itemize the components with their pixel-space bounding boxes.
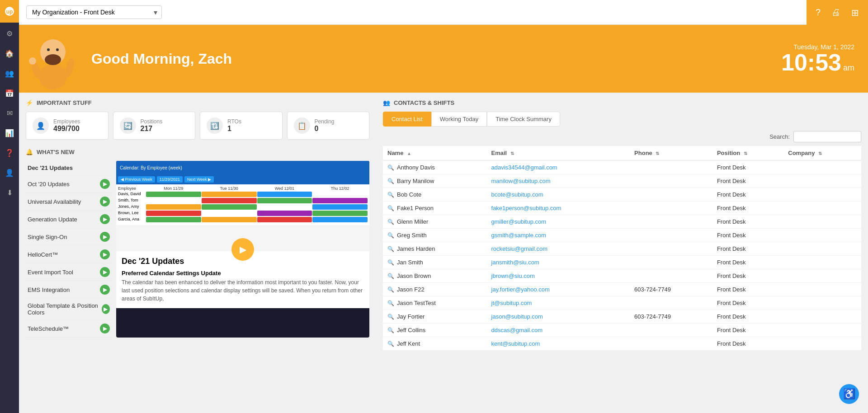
- news-item-ems[interactable]: EMS Integration ▶: [26, 281, 112, 299]
- contact-email: jbrown@siu.com: [487, 269, 630, 283]
- contact-company: [783, 269, 861, 283]
- contact-search-icon[interactable]: 🔍: [387, 300, 394, 306]
- col-company[interactable]: Company ⇅: [783, 146, 861, 160]
- email-link[interactable]: jason@subitup.com: [491, 313, 543, 320]
- email-link[interactable]: fake1person@subitup.com: [491, 205, 561, 211]
- contact-search-icon[interactable]: 🔍: [387, 314, 394, 320]
- sidebar-profile-icon[interactable]: 👤: [0, 164, 19, 182]
- tab-working-today[interactable]: Working Today: [431, 112, 487, 127]
- news-item-eventimport[interactable]: Event Import Tool ▶: [26, 263, 112, 281]
- news-item-globaltemplate[interactable]: Global Template & Position Colors ▶: [26, 299, 112, 320]
- sidebar-reports-icon[interactable]: 📊: [0, 124, 19, 142]
- table-row[interactable]: 🔍Jason TestTest jt@subitup.com Front Des…: [383, 296, 861, 310]
- contact-search-icon[interactable]: 🔍: [387, 164, 394, 171]
- email-link[interactable]: ddscas@gmail.com: [491, 327, 543, 333]
- sidebar-team-icon[interactable]: 👥: [0, 64, 19, 82]
- news-video[interactable]: Calendar: By Employee (week) ◀ Previous …: [116, 161, 369, 251]
- news-item-oct20[interactable]: Oct '20 Updates ▶: [26, 175, 112, 193]
- contact-email: adavis34544@gmail.com: [487, 160, 630, 174]
- table-row[interactable]: 🔍Jay Fortier jason@subitup.com 603-724-7…: [383, 310, 861, 324]
- table-row[interactable]: 🔍James Harden rocketsiu@gmail.com Front …: [383, 242, 861, 256]
- email-link[interactable]: jansmith@siu.com: [491, 259, 539, 266]
- email-link[interactable]: manilow@subitup.com: [491, 178, 551, 184]
- table-row[interactable]: 🔍Jeff Kent kent@subitup.com Front Desk: [383, 337, 861, 351]
- contact-search-icon[interactable]: 🔍: [387, 246, 394, 252]
- logo[interactable]: up: [0, 0, 19, 23]
- contact-search-icon[interactable]: 🔍: [387, 205, 394, 211]
- contact-email: ddscas@gmail.com: [487, 324, 630, 337]
- email-link[interactable]: adavis34544@gmail.com: [491, 164, 557, 171]
- col-name[interactable]: Name ▲: [383, 146, 487, 160]
- news-item-hellocert[interactable]: HelloCert™ ▶: [26, 246, 112, 263]
- email-link[interactable]: rocketsiu@gmail.com: [491, 245, 547, 252]
- contact-phone: 603-724-7749: [630, 310, 712, 324]
- news-item-generation[interactable]: Generation Update ▶: [26, 211, 112, 228]
- table-row[interactable]: 🔍Bob Cote bcote@subitup.com Front Desk: [383, 188, 861, 202]
- contact-position: Front Desk: [712, 324, 783, 337]
- sidebar-more-icon[interactable]: ⬇: [0, 183, 19, 202]
- email-link[interactable]: jt@subitup.com: [491, 300, 532, 306]
- sidebar-messages-icon[interactable]: ✉: [0, 104, 19, 122]
- col-position[interactable]: Position ⇅: [712, 146, 783, 160]
- email-link[interactable]: jay.fortier@yahoo.com: [491, 286, 550, 293]
- contacts-title: 👥 CONTACTS & SHIFTS: [383, 99, 861, 106]
- news-item-sso[interactable]: Single Sign-On ▶: [26, 228, 112, 246]
- contact-search-icon[interactable]: 🔍: [387, 219, 394, 225]
- contact-search-icon[interactable]: 🔍: [387, 286, 394, 293]
- accessibility-button[interactable]: ♿: [839, 384, 859, 404]
- col-email[interactable]: Email ⇅: [487, 146, 630, 160]
- hero-greeting: Good Morning, Zach: [91, 51, 232, 67]
- contact-position: Front Desk: [712, 310, 783, 324]
- email-link[interactable]: gmiller@subitup.com: [491, 218, 547, 225]
- sidebar-settings-icon[interactable]: ⚙: [0, 24, 19, 42]
- table-row[interactable]: 🔍Barry Manilow manilow@subitup.com Front…: [383, 174, 861, 188]
- hero-character: [28, 27, 82, 90]
- news-arrow-sso: ▶: [100, 232, 110, 242]
- tab-time-clock[interactable]: Time Clock Summary: [487, 112, 560, 127]
- table-row[interactable]: 🔍Jeff Collins ddscas@gmail.com Front Des…: [383, 324, 861, 337]
- col-phone[interactable]: Phone ⇅: [630, 146, 712, 160]
- contact-search-icon[interactable]: 🔍: [387, 178, 394, 184]
- email-link[interactable]: bcote@subitup.com: [491, 191, 543, 198]
- positions-value: 217: [141, 125, 163, 133]
- right-panel: 👥 CONTACTS & SHIFTS Contact List Working…: [376, 93, 868, 413]
- stat-positions[interactable]: 🔄 Positions 217: [113, 112, 196, 140]
- email-link[interactable]: kent@subitup.com: [491, 340, 540, 347]
- contact-name: 🔍Glenn Miller: [383, 215, 487, 229]
- play-button[interactable]: ▶: [231, 238, 254, 261]
- contact-search-icon[interactable]: 🔍: [387, 341, 394, 347]
- contact-search-icon[interactable]: 🔍: [387, 259, 394, 266]
- sidebar-home-icon[interactable]: 🏠: [0, 44, 19, 62]
- contact-name: 🔍Greg Smith: [383, 229, 487, 242]
- org-selector[interactable]: My Organization - Front Desk: [26, 5, 162, 19]
- hero-ampm: am: [843, 63, 854, 73]
- search-input[interactable]: [793, 131, 861, 142]
- contact-search-icon[interactable]: 🔍: [387, 232, 394, 239]
- table-row[interactable]: 🔍Anthony Davis adavis34544@gmail.com Fro…: [383, 160, 861, 174]
- news-item-teleschedule[interactable]: TeleSchedule™ ▶: [26, 320, 112, 338]
- news-item-dec21[interactable]: Dec '21 Updates: [26, 161, 112, 175]
- email-link[interactable]: jbrown@siu.com: [491, 272, 535, 279]
- tab-contact-list[interactable]: Contact List: [383, 112, 431, 127]
- topbar-help-icon[interactable]: ?: [816, 7, 821, 18]
- table-row[interactable]: 🔍Jan Smith jansmith@siu.com Front Desk: [383, 256, 861, 269]
- contact-search-icon[interactable]: 🔍: [387, 192, 394, 198]
- email-link[interactable]: gsmith@sample.com: [491, 232, 547, 239]
- news-item-availability[interactable]: Universal Availability ▶: [26, 193, 112, 211]
- stat-employees[interactable]: 👤 Employees 499/700: [26, 112, 108, 140]
- topbar-print-icon[interactable]: 🖨: [831, 7, 840, 18]
- contact-company: [783, 324, 861, 337]
- sidebar-calendar-icon[interactable]: 📅: [0, 84, 19, 102]
- table-row[interactable]: 🔍Jason F22 jay.fortier@yahoo.com 603-724…: [383, 283, 861, 296]
- table-row[interactable]: 🔍Jason Brown jbrown@siu.com Front Desk: [383, 269, 861, 283]
- table-row[interactable]: 🔍Fake1 Person fake1person@subitup.com Fr…: [383, 202, 861, 215]
- stat-rtos[interactable]: 🔃 RTOs 1: [200, 112, 283, 140]
- table-row[interactable]: 🔍Glenn Miller gmiller@subitup.com Front …: [383, 215, 861, 229]
- sidebar-help-icon[interactable]: ❓: [0, 144, 19, 162]
- contact-search-icon[interactable]: 🔍: [387, 327, 394, 333]
- stat-pending[interactable]: 📋 Pending 0: [287, 112, 370, 140]
- contact-search-icon[interactable]: 🔍: [387, 273, 394, 279]
- org-selector-wrap[interactable]: My Organization - Front Desk: [26, 5, 162, 19]
- topbar-apps-icon[interactable]: ⊞: [851, 7, 859, 18]
- table-row[interactable]: 🔍Greg Smith gsmith@sample.com Front Desk: [383, 229, 861, 242]
